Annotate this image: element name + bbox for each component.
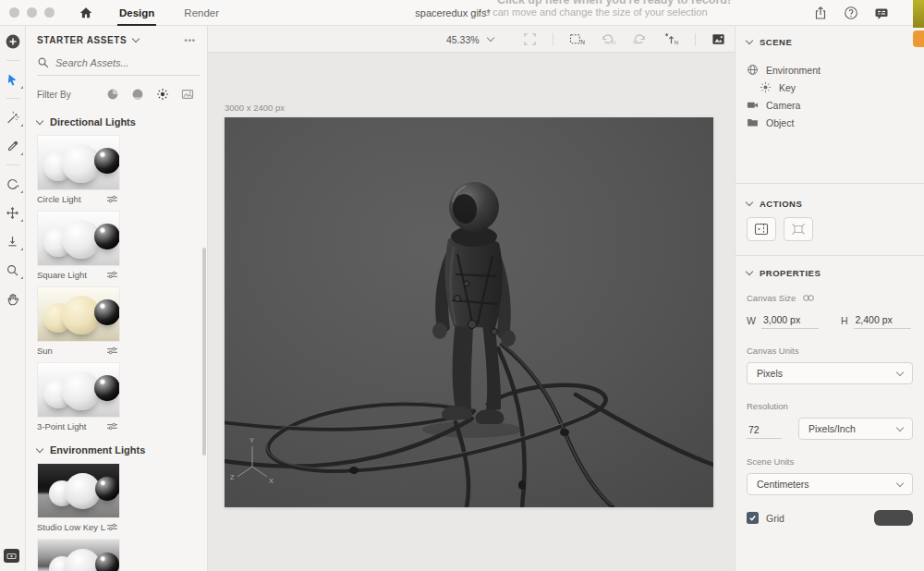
- window-minimize-button[interactable]: [27, 7, 37, 18]
- axis-x-label: X: [269, 477, 274, 485]
- scene-item-object[interactable]: Object: [747, 114, 913, 131]
- camera-redo-icon[interactable]: N: [632, 32, 648, 46]
- tool-dolly[interactable]: [3, 231, 23, 251]
- viewport: 3000 x 2400 px: [208, 53, 735, 571]
- grid-checkbox[interactable]: [747, 512, 759, 524]
- scene-item-key[interactable]: Key: [747, 79, 913, 96]
- asset-label: Studio Low Key L...: [37, 522, 106, 532]
- sliders-icon[interactable]: [106, 422, 118, 431]
- svg-text:N: N: [580, 39, 585, 45]
- canvas-units-select[interactable]: Pixels: [747, 362, 913, 384]
- sliders-icon[interactable]: [106, 346, 118, 355]
- canvas-height-input[interactable]: [854, 312, 911, 329]
- properties-header[interactable]: PROPERTIES: [747, 268, 913, 278]
- home-icon[interactable]: [79, 6, 95, 20]
- asset-thumbnail: [37, 286, 120, 342]
- section-header-environment-lights[interactable]: Environment Lights: [37, 444, 200, 456]
- svg-text:N: N: [612, 39, 615, 45]
- canvas-units-label: Canvas Units: [747, 346, 913, 356]
- tool-magic-wand[interactable]: [3, 107, 23, 128]
- tool-zoom[interactable]: [3, 260, 23, 280]
- camera-add-icon[interactable]: N: [663, 32, 679, 46]
- asset-label: Square Light: [37, 270, 106, 280]
- asset-card-circle-light[interactable]: Circle Light: [37, 135, 120, 204]
- section-header-directional-lights[interactable]: Directional Lights: [37, 116, 200, 128]
- chevron-down-icon: [36, 116, 43, 124]
- scene-units-label: Scene Units: [747, 456, 913, 467]
- tool-pan[interactable]: [3, 202, 23, 223]
- tool-orbit[interactable]: [3, 174, 23, 194]
- camera-bookmark-icon[interactable]: N: [569, 32, 585, 46]
- asset-search[interactable]: [37, 56, 200, 76]
- asset-thumbnail: [37, 362, 120, 418]
- resolution-row: Pixels/Inch: [747, 411, 913, 440]
- link-icon[interactable]: [802, 294, 815, 302]
- tab-design[interactable]: Design: [117, 0, 156, 26]
- asset-card-sun[interactable]: Sun: [37, 286, 120, 356]
- chevron-down-icon: [896, 423, 904, 431]
- camera-icon: [747, 99, 759, 111]
- scene-header[interactable]: SCENE: [747, 37, 913, 47]
- overflow-menu-icon[interactable]: •••: [185, 36, 196, 45]
- toolbar-divider: [6, 164, 19, 165]
- toolbar-divider: [6, 60, 19, 61]
- divider: [736, 183, 924, 184]
- asset-thumbnail: [37, 539, 120, 571]
- asset-card-studio-panels-light[interactable]: Studio Panels Light: [37, 539, 120, 571]
- window-zoom-button[interactable]: [44, 7, 55, 18]
- filter-label: Filter By: [37, 90, 71, 100]
- key-light-icon: [760, 81, 772, 93]
- asset-card-studio-low-key-l[interactable]: Studio Low Key L...: [37, 463, 120, 532]
- tool-hand[interactable]: [3, 288, 23, 309]
- toolbar-divider: [695, 33, 696, 46]
- assets-panel-header[interactable]: STARTER ASSETS •••: [37, 35, 200, 45]
- tab-render[interactable]: Render: [182, 0, 221, 26]
- zoom-level-dropdown[interactable]: 45.33%: [446, 26, 493, 53]
- feedback-icon[interactable]: [874, 6, 889, 20]
- screen-capture-icon[interactable]: [4, 549, 19, 563]
- search-icon: [37, 56, 49, 68]
- actions-header[interactable]: ACTIONS: [747, 199, 913, 209]
- share-icon[interactable]: [813, 6, 828, 20]
- toolbar-divider: [553, 33, 553, 46]
- lights-filter-icon[interactable]: [156, 88, 169, 101]
- tool-select[interactable]: [3, 69, 23, 90]
- camera-undo-icon[interactable]: N: [601, 32, 616, 46]
- asset-label: Sun: [37, 346, 106, 356]
- tool-add-content[interactable]: [3, 31, 23, 52]
- scene-units-select[interactable]: Centimeters: [747, 473, 913, 495]
- render-preview-icon[interactable]: [711, 32, 725, 46]
- canvas-action-button[interactable]: [747, 217, 776, 241]
- images-filter-icon[interactable]: [181, 88, 194, 101]
- search-input[interactable]: [55, 57, 185, 68]
- sliders-icon[interactable]: [106, 523, 118, 531]
- resolution-units-select[interactable]: Pixels/Inch: [798, 418, 913, 440]
- sliders-icon[interactable]: [106, 195, 118, 203]
- tool-list: [3, 31, 23, 317]
- globe-icon: [747, 64, 759, 76]
- canvas-width-input[interactable]: [761, 312, 819, 329]
- canvas-toolbar-icons: NNNN: [523, 26, 725, 53]
- materials-filter-icon[interactable]: [131, 88, 144, 101]
- sliders-icon[interactable]: [106, 271, 118, 279]
- resolution-input[interactable]: [747, 422, 782, 439]
- fit-action-button[interactable]: [784, 217, 813, 241]
- grid-color-swatch[interactable]: [874, 510, 913, 526]
- marquee-icon[interactable]: [523, 32, 537, 46]
- tool-sampler[interactable]: [3, 136, 23, 156]
- chevron-down-icon: [896, 368, 904, 375]
- window-close-button[interactable]: [9, 7, 19, 18]
- help-icon[interactable]: [844, 6, 858, 20]
- asset-card-square-light[interactable]: Square Light: [37, 211, 120, 280]
- recorder-edge-orange[interactable]: [913, 30, 924, 47]
- folder-icon: [747, 116, 759, 128]
- models-filter-icon[interactable]: [106, 88, 119, 101]
- scene-item-camera[interactable]: Camera: [747, 96, 913, 114]
- 3d-canvas[interactable]: Y Z X: [225, 117, 713, 507]
- recorder-edge-yellow: [913, 0, 924, 28]
- scene-item-environment[interactable]: Environment: [747, 61, 913, 79]
- assets-scrollbar[interactable]: [202, 248, 206, 456]
- window-controls[interactable]: [9, 7, 55, 18]
- asset-card-3-point-light[interactable]: 3-Point Light: [37, 362, 120, 431]
- canvas-area: 45.33% NNNN 3000 x 2400 px: [208, 26, 735, 571]
